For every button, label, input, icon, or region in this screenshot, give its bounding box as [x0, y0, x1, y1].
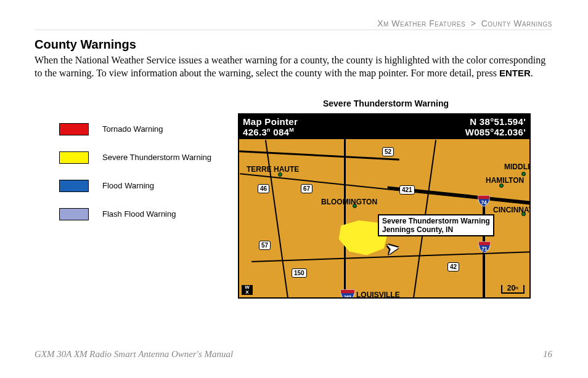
hwy-52: 52 [382, 147, 394, 156]
city-louisville: LOUISVILLE [356, 291, 400, 299]
svg-rect-2 [479, 241, 490, 245]
footer-title: GXM 30A XM Radio Smart Antenna Owner's M… [35, 349, 233, 360]
map-dot [353, 204, 357, 208]
map-display[interactable]: Map Pointer 426.3n 084M N 38°51.594' W08… [238, 113, 531, 299]
tooltip-line2: Jennings County, IN [382, 225, 490, 234]
swatch-severe-tstorm [59, 151, 89, 164]
map-pointer-label: Map Pointer [243, 116, 298, 127]
hwy-46: 46 [258, 184, 269, 193]
svg-text:71: 71 [481, 246, 488, 251]
city-hamilton: HAMILTON [486, 176, 524, 185]
legend-item-severe-tstorm: Severe Thunderstorm Warning [59, 151, 238, 164]
legend-item-flash-flood: Flash Flood Warning [59, 208, 238, 220]
interstate-265: 265 [340, 288, 356, 299]
map-dot [499, 183, 504, 188]
svg-rect-4 [341, 289, 354, 293]
legend-label: Severe Thunderstorm Warning [102, 153, 211, 162]
breadcrumb: Xm Weather Features > County Warnings [35, 18, 552, 30]
page-heading: County Warnings [35, 38, 552, 52]
map-distance: 426.3 [243, 127, 267, 137]
breadcrumb-sep: > [471, 18, 476, 28]
tooltip-line1: Severe Thunderstorm Warning [382, 217, 490, 225]
city-middle: MIDDLE [504, 163, 531, 171]
swatch-flash-flood [59, 208, 89, 220]
footer-page-number: 16 [543, 349, 552, 360]
road [265, 140, 288, 299]
legend-item-flood: Flood Warning [59, 180, 238, 192]
page-footer: GXM 30A XM Radio Smart Antenna Owner's M… [35, 349, 552, 360]
breadcrumb-page: County Warnings [481, 18, 552, 28]
cursor-icon: ➤ [384, 238, 401, 259]
interstate-74: 74 [477, 194, 491, 207]
map-dot [521, 212, 526, 216]
hwy-57: 57 [259, 241, 271, 250]
map-bearing-unit: M [289, 127, 294, 133]
legend-label: Flood Warning [102, 181, 154, 190]
map-lat: N 38°51.594' [465, 116, 526, 127]
city-terre-haute: TERRE HAUTE [247, 165, 299, 174]
svg-text:74: 74 [481, 199, 487, 205]
breadcrumb-section: Xm Weather Features [377, 18, 465, 28]
map-lon: W085°42.036' [465, 127, 526, 137]
map-tooltip: Severe Thunderstorm Warning Jennings Cou… [378, 214, 494, 237]
map-dot [521, 172, 526, 176]
enter-key-label: ENTER [499, 68, 531, 78]
svg-text:265: 265 [344, 294, 351, 299]
map-caption: Severe Thunderstorm Warning [238, 99, 552, 108]
map-header: Map Pointer 426.3n 084M N 38°51.594' W08… [239, 115, 529, 139]
interstate-71: 71 [478, 240, 491, 254]
legend: Tornado Warning Severe Thunderstorm Warn… [35, 99, 238, 236]
swatch-flood [59, 180, 89, 192]
wx-icon: WX [242, 285, 253, 295]
hwy-67: 67 [301, 184, 312, 193]
map-distance-unit: n [267, 127, 271, 133]
hwy-42: 42 [447, 262, 459, 271]
road [239, 150, 399, 161]
hwy-150: 150 [292, 268, 307, 278]
intro-paragraph: When the National Weather Service issues… [35, 54, 552, 80]
map-bearing: 084 [273, 127, 289, 137]
legend-label: Flash Flood Warning [102, 209, 176, 219]
map-dot [278, 172, 282, 177]
road [344, 139, 346, 299]
swatch-tornado [59, 123, 89, 135]
hwy-421: 421 [399, 185, 415, 195]
legend-label: Tornado Warning [102, 124, 163, 134]
city-bloomington: BLOOMINGTON [321, 198, 377, 206]
intro-text-a: When the National Weather Service issues… [35, 55, 545, 78]
intro-text-b: . [531, 68, 533, 78]
svg-rect-0 [478, 195, 489, 199]
legend-item-tornado: Tornado Warning [59, 123, 238, 135]
map-scale: 20n [501, 285, 525, 294]
